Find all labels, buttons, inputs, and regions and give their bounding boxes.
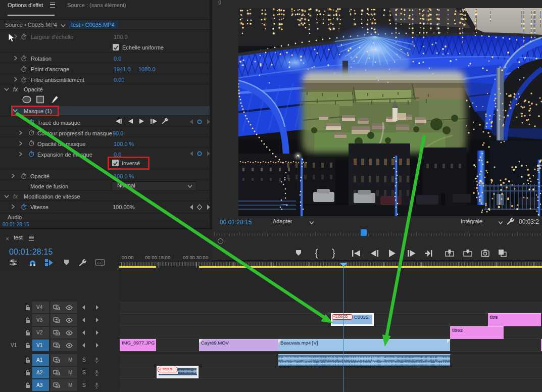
svg-text:CC: CC — [97, 261, 103, 265]
